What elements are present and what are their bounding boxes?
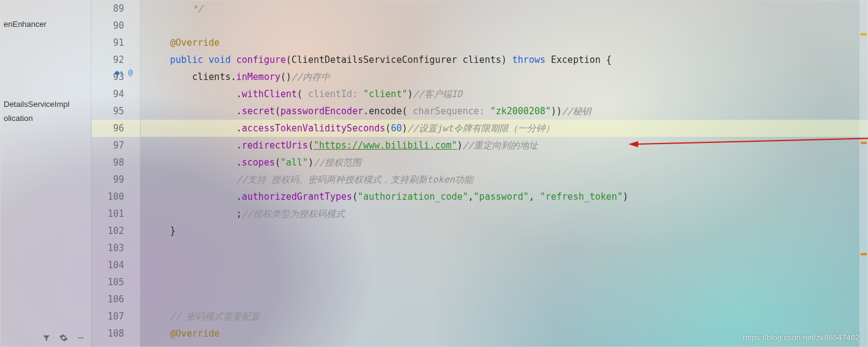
code-line <box>141 17 868 34</box>
line-number: 106 <box>92 291 140 308</box>
gear-icon[interactable] <box>59 334 68 342</box>
line-number: 92 <box>92 51 140 68</box>
code-line: @Override <box>141 34 868 51</box>
line-number: 95 <box>92 103 140 120</box>
line-number: 100 <box>92 188 140 205</box>
line-number: 108 <box>92 325 140 342</box>
code-line: .accessTokenValiditySeconds(60)//设置jwt令牌… <box>141 120 868 137</box>
structure-panel: enEnhancer DetailsServiceImpl olication <box>0 0 92 347</box>
structure-item[interactable]: olication <box>0 111 91 125</box>
structure-item[interactable]: DetailsServiceImpl <box>0 97 91 111</box>
minimize-icon[interactable] <box>76 334 85 342</box>
line-number: 104 <box>92 257 140 274</box>
watermark-text: https://blog.csdn.net/zk86547462 <box>743 333 859 342</box>
line-number: 93 <box>92 68 140 86</box>
structure-tree[interactable]: enEnhancer DetailsServiceImpl olication <box>0 0 91 329</box>
code-line: // 密码模式需要配置 <box>141 308 868 325</box>
code-line <box>141 274 868 291</box>
code-editor[interactable]: */ @Override public void configure(Clien… <box>141 0 868 347</box>
line-number: 91 <box>92 34 140 51</box>
line-number: 97 <box>92 137 140 154</box>
code-line: //支持 授权码、密码两种授权模式，支持刷新token功能 <box>141 171 868 188</box>
line-number: 107 <box>92 308 140 325</box>
code-line: ;//授权类型为授权码模式 <box>141 205 868 222</box>
line-number: 103 <box>92 239 140 257</box>
line-number: 94 <box>92 86 140 103</box>
code-line: .secret(passwordEncoder.encode( charSequ… <box>141 103 868 120</box>
code-line <box>141 291 868 308</box>
line-number: 101 <box>92 205 140 222</box>
code-line: .scopes("all")//授权范围 <box>141 154 868 171</box>
line-number: 99 <box>92 171 140 188</box>
code-line: public void configure(ClientDetailsServi… <box>141 51 868 68</box>
line-number: 96 <box>92 120 140 137</box>
structure-item[interactable]: enEnhancer <box>0 17 91 31</box>
line-number: 105 <box>92 274 140 291</box>
ide-root: enEnhancer DetailsServiceImpl olication … <box>0 0 868 347</box>
line-number-gutter[interactable]: ●↑ @ 89 90 91 92 93 94 95 96 97 98 99 10… <box>92 0 141 347</box>
code-line: .authorizedGrantTypes("authorization_cod… <box>141 188 868 205</box>
code-line <box>141 257 868 274</box>
line-number: 89 <box>92 0 140 17</box>
line-number: 102 <box>92 222 140 239</box>
code-line: clients.inMemory()//内存中 <box>141 68 868 86</box>
error-stripe[interactable] <box>859 0 868 347</box>
code-line: */ <box>141 0 868 17</box>
filter-icon[interactable] <box>42 334 51 342</box>
structure-toolbar <box>0 329 91 347</box>
code-line: } <box>141 222 868 239</box>
code-line: .withClient( clientId: "client")//客户端ID <box>141 86 868 103</box>
code-line <box>141 239 868 257</box>
line-number: 98 <box>92 154 140 171</box>
line-number: 90 <box>92 17 140 34</box>
code-line: .redirectUris("https://www.bilibili.com"… <box>141 137 868 154</box>
svg-rect-0 <box>78 337 83 338</box>
